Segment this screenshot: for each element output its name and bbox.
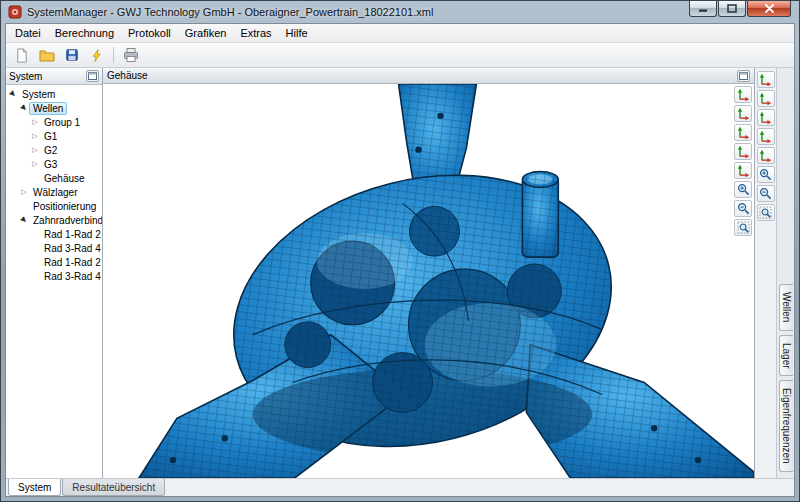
view-title: Gehäuse — [107, 70, 737, 81]
tree-item-label: Group 1 — [40, 116, 84, 129]
right-tab-wellen[interactable]: Wellen — [779, 284, 793, 330]
outer-zoom-in-icon[interactable] — [757, 166, 775, 183]
tree-item-label: Gehäuse — [40, 172, 89, 185]
outer-view-right-icon[interactable] — [757, 147, 775, 164]
app-icon — [8, 5, 22, 19]
outer-view-left-icon[interactable] — [757, 128, 775, 145]
tree-item-label: System — [18, 88, 59, 101]
panel-options-button[interactable] — [86, 70, 99, 82]
menu-datei[interactable]: Datei — [8, 25, 48, 42]
zoom-fit-icon[interactable] — [734, 219, 752, 236]
tree-item-zahnradverbindungen[interactable]: ▶Zahnradverbindungen — [6, 213, 102, 227]
view-right-icon[interactable] — [734, 162, 752, 179]
tree-item-label: Wälzlager — [29, 186, 81, 199]
tree-item-system[interactable]: ▶System — [6, 87, 102, 101]
tree-item-label: G1 — [40, 130, 61, 143]
tree-item-label: Zahnradverbindungen — [29, 214, 102, 227]
view-canvas[interactable] — [103, 84, 754, 478]
bottom-tab-resultateubersicht[interactable]: Resultateübersicht — [62, 479, 165, 496]
calculate-icon[interactable] — [85, 45, 108, 66]
outer-zoom-fit-icon[interactable] — [757, 204, 775, 221]
view-toolbar-inner — [734, 86, 752, 236]
menu-grafiken[interactable]: Grafiken — [178, 25, 234, 42]
outer-view-front-icon[interactable] — [757, 90, 775, 107]
menu-extras[interactable]: Extras — [233, 25, 278, 42]
expander-collapsed-icon: ▷ — [30, 131, 40, 141]
right-tab-strip: WellenLagerEigenfrequenzen — [777, 68, 794, 478]
minimize-button[interactable] — [689, 1, 717, 17]
window-controls — [688, 1, 791, 17]
menu-bar: DateiBerechnungProtokollGrafikenExtrasHi… — [6, 24, 794, 43]
maximize-button[interactable] — [718, 1, 746, 17]
tree-item-positionierung[interactable]: Positionierung — [6, 199, 102, 213]
system-panel: System ▶System▶Wellen▷Group 1▷G1▷G2▷G3Ge… — [6, 68, 103, 478]
menu-protokoll[interactable]: Protokoll — [121, 25, 178, 42]
view-top-icon[interactable] — [734, 124, 752, 141]
view-left-icon[interactable] — [734, 143, 752, 160]
bottom-tab-strip: SystemResultateübersicht — [6, 478, 794, 496]
view-panel: Gehäuse — [103, 68, 755, 478]
outer-view-top-icon[interactable] — [757, 109, 775, 126]
view-iso-icon[interactable] — [734, 86, 752, 103]
zoom-out-icon[interactable] — [734, 200, 752, 217]
tree-item-g3[interactable]: ▷G3 — [6, 157, 102, 171]
tree-item-label: Rad 3-Rad 4 — [40, 242, 102, 255]
tree-item-g1[interactable]: ▷G1 — [6, 129, 102, 143]
system-panel-title: System — [9, 71, 86, 82]
menu-hilfe[interactable]: Hilfe — [279, 25, 315, 42]
view-options-button[interactable] — [737, 70, 750, 82]
main-row: System ▶System▶Wellen▷Group 1▷G1▷G2▷G3Ge… — [6, 68, 794, 478]
right-tab-eigenfrequenzen[interactable]: Eigenfrequenzen — [779, 380, 793, 472]
tree-item-rad-3-rad-4[interactable]: Rad 3-Rad 4 — [6, 241, 102, 255]
new-document-icon[interactable] — [10, 45, 33, 66]
tree-item-rad-3-rad-4[interactable]: Rad 3-Rad 4 — [6, 269, 102, 283]
print-icon[interactable] — [119, 45, 142, 66]
tree-item-label: G2 — [40, 144, 61, 157]
tree-item-wellen[interactable]: ▶Wellen — [6, 101, 102, 115]
tree-item-label: Rad 3-Rad 4 — [40, 270, 102, 283]
zoom-in-icon[interactable] — [734, 181, 752, 198]
tree-item-label: Rad 1-Rad 2 — [40, 228, 102, 241]
tree-item-label: Positionierung — [29, 200, 100, 213]
right-tab-lager[interactable]: Lager — [779, 335, 793, 377]
bottom-tab-system[interactable]: System — [8, 479, 61, 496]
view-toolbar-outer — [755, 68, 777, 478]
tree-item-label: G3 — [40, 158, 61, 171]
open-file-icon[interactable] — [35, 45, 58, 66]
toolbar-separator — [113, 47, 114, 63]
expander-collapsed-icon: ▷ — [30, 145, 40, 155]
outer-view-iso-icon[interactable] — [757, 71, 775, 88]
main-toolbar — [6, 43, 794, 68]
tree-item-label: Wellen — [29, 102, 67, 115]
expander-collapsed-icon: ▷ — [30, 159, 40, 169]
tree-item-rad-1-rad-2[interactable]: Rad 1-Rad 2 — [6, 255, 102, 269]
app-window: SystemManager - GWJ Technology GmbH - Ob… — [0, 0, 800, 502]
view-front-icon[interactable] — [734, 105, 752, 122]
system-tree: ▶System▶Wellen▷Group 1▷G1▷G2▷G3Gehäuse▷W… — [6, 85, 102, 478]
tree-item-group-1[interactable]: ▷Group 1 — [6, 115, 102, 129]
tree-item-gehause[interactable]: Gehäuse — [6, 171, 102, 185]
expander-collapsed-icon: ▷ — [19, 187, 29, 197]
tree-item-label: Rad 1-Rad 2 — [40, 256, 102, 269]
tree-item-walzlager[interactable]: ▷Wälzlager — [6, 185, 102, 199]
close-button[interactable] — [747, 1, 791, 17]
window-title: SystemManager - GWJ Technology GmbH - Ob… — [27, 6, 433, 18]
client-area: DateiBerechnungProtokollGrafikenExtrasHi… — [5, 23, 795, 497]
save-icon[interactable] — [60, 45, 83, 66]
view-header: Gehäuse — [103, 68, 754, 84]
tree-item-rad-1-rad-2[interactable]: Rad 1-Rad 2 — [6, 227, 102, 241]
expander-collapsed-icon: ▷ — [30, 117, 40, 127]
tree-item-g2[interactable]: ▷G2 — [6, 143, 102, 157]
gearbox-mesh-rendering — [103, 84, 754, 478]
title-bar[interactable]: SystemManager - GWJ Technology GmbH - Ob… — [1, 1, 799, 23]
system-panel-header: System — [6, 68, 102, 85]
outer-zoom-out-icon[interactable] — [757, 185, 775, 202]
menu-berechnung[interactable]: Berechnung — [48, 25, 121, 42]
